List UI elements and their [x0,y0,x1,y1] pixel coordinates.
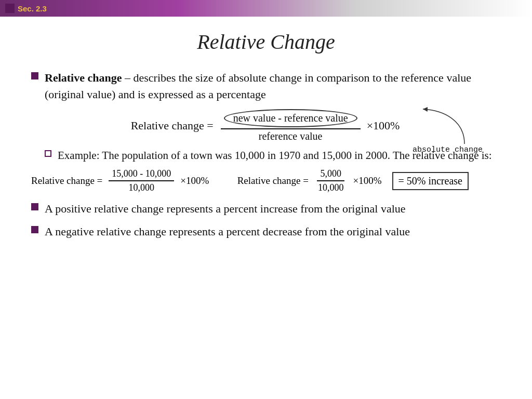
calc-row: Relative change = 15,000 - 10,000 10,000… [31,168,501,193]
calc2-denominator: 10,000 [315,181,347,193]
page-title: Relative Change [31,30,501,54]
calc1-lhs: Relative change = [31,175,102,187]
formula-numerator-oval: new value - reference value [224,109,357,127]
bullet-square-2 [31,203,38,210]
formula-numerator: new value - reference value [221,109,361,129]
formula-section: Relative change = new value - reference … [31,109,501,142]
arrow-annotation-svg: absolute change [381,100,485,157]
calc1-denominator: 10,000 [126,181,158,193]
top-bar: Sec. 2.3 [0,0,532,17]
term-relative-change: Relative change [45,71,122,84]
bullet-item-2: A positive relative change represents a … [31,201,501,217]
calc2-times: ×100% [353,175,381,187]
calc-item-1: Relative change = 15,000 - 10,000 10,000… [31,168,209,193]
bullet-item-3: A negative relative change represents a … [31,223,501,240]
bullet-square-1 [31,72,38,79]
bullet-item-1: Relative change – describes the size of … [31,70,501,103]
formula-denominator: reference value [256,129,326,142]
page-content: Relative Change Relative change – descri… [0,17,532,399]
bullet-text-1: Relative change – describes the size of … [45,70,501,103]
section-label: Sec. 2.3 [18,4,47,13]
calc2-lhs: Relative change = [237,175,309,187]
calc-spacer [219,175,227,187]
bullet-square-3 [31,226,38,233]
calc2-fraction: 5,000 10,000 [315,168,347,193]
bullet-square-outline [45,150,51,157]
calc-item-2: Relative change = 5,000 10,000 ×100% [237,168,382,193]
result-box: = 50% increase [392,172,469,190]
bullet-text-3: A negative relative change represents a … [45,223,410,240]
formula-fraction: new value - reference value reference va… [221,109,361,142]
calc2-numerator: 5,000 [317,168,344,181]
formula-lhs: Relative change = [131,119,214,132]
calc1-fraction: 15,000 - 10,000 10,000 [109,168,174,193]
top-bar-decoration [5,4,15,13]
calc1-numerator: 15,000 - 10,000 [109,168,174,181]
abs-change-text: absolute change [413,145,483,154]
calc1-times: ×100% [180,175,209,187]
bullet-text-2: A positive relative change represents a … [45,201,406,217]
